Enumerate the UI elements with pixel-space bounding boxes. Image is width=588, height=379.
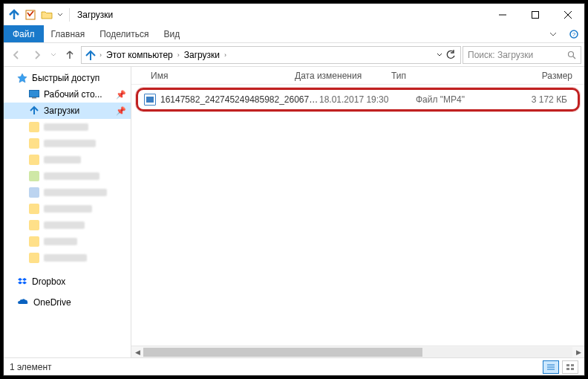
column-headers: Имя Дата изменения Тип Размер — [131, 67, 584, 85]
desktop-icon — [29, 90, 39, 99]
sidebar-item-blurred[interactable] — [4, 152, 131, 168]
nav-back-button[interactable] — [7, 45, 26, 65]
qat-folder-icon[interactable] — [39, 7, 54, 22]
search-icon — [567, 51, 576, 59]
svg-rect-15 — [571, 368, 574, 370]
svg-point-5 — [569, 51, 574, 56]
minimize-button[interactable] — [486, 4, 519, 25]
star-icon — [17, 73, 27, 83]
breadcrumb-this-pc[interactable]: Этот компьютер — [103, 50, 176, 60]
ribbon-file-tab[interactable]: Файл — [4, 25, 44, 42]
nav-history-dropdown[interactable] — [48, 45, 59, 65]
status-item-count: 1 элемент — [10, 362, 52, 372]
navigation-pane: Быстрый доступ Рабочий сто... 📌 Загрузки… — [4, 67, 131, 357]
column-header-date[interactable]: Дата изменения — [295, 71, 391, 81]
refresh-button[interactable] — [445, 50, 456, 60]
sidebar-item-label: Рабочий сто... — [44, 89, 102, 100]
svg-rect-13 — [571, 364, 574, 366]
search-placeholder: Поиск: Загрузки — [468, 50, 533, 60]
view-details-button[interactable] — [543, 360, 559, 374]
sidebar-desktop[interactable]: Рабочий сто... 📌 — [4, 86, 131, 103]
address-bar[interactable]: › Этот компьютер › Загрузки › — [81, 46, 461, 64]
navbar: › Этот компьютер › Загрузки › Поиск: Заг… — [4, 43, 584, 67]
window-title: Загрузки — [74, 10, 113, 20]
sidebar-quick-access[interactable]: Быстрый доступ — [4, 70, 131, 86]
horizontal-scrollbar[interactable]: ◀ ▶ — [131, 346, 584, 357]
svg-rect-2 — [532, 11, 539, 18]
sidebar-item-label: Быстрый доступ — [32, 73, 99, 83]
highlight-annotation: 16147582_242745249485982_26067053394... … — [136, 88, 580, 111]
sidebar-item-blurred[interactable] — [4, 168, 131, 184]
address-location-icon — [83, 50, 98, 60]
scroll-right-button[interactable]: ▶ — [572, 346, 584, 358]
chevron-right-icon[interactable]: › — [223, 51, 228, 59]
file-type: Файл "MP4" — [416, 94, 490, 105]
video-file-icon — [144, 94, 156, 106]
sidebar-downloads[interactable]: Загрузки 📌 — [4, 103, 131, 119]
download-icon — [29, 106, 39, 116]
sidebar-item-label: Dropbox — [32, 276, 65, 287]
svg-rect-8 — [32, 97, 36, 99]
sidebar-item-blurred[interactable] — [4, 217, 131, 233]
ribbon-help-button[interactable]: ? — [564, 25, 584, 42]
svg-rect-14 — [566, 368, 569, 370]
column-header-size[interactable]: Размер — [510, 71, 584, 81]
chevron-right-icon[interactable]: › — [176, 51, 181, 59]
close-button[interactable] — [552, 4, 584, 25]
ribbon: Файл Главная Поделиться Вид ? — [4, 25, 584, 43]
file-size: 3 172 КБ — [490, 94, 575, 105]
qat-dropdown-icon[interactable] — [56, 7, 65, 22]
ribbon-tab-home[interactable]: Главная — [44, 25, 93, 42]
file-row[interactable]: 16147582_242745249485982_26067053394... … — [141, 91, 575, 108]
column-header-name[interactable]: Имя — [131, 71, 295, 81]
view-icons-button[interactable] — [562, 360, 578, 374]
sidebar-item-blurred[interactable] — [4, 135, 131, 152]
onedrive-icon — [17, 298, 29, 307]
pin-icon: 📌 — [116, 90, 126, 100]
maximize-button[interactable] — [519, 4, 552, 25]
chevron-right-icon[interactable]: › — [98, 51, 103, 59]
sidebar-onedrive[interactable]: OneDrive — [4, 294, 131, 311]
sidebar-item-blurred[interactable] — [4, 233, 131, 250]
pin-icon: 📌 — [116, 106, 126, 116]
svg-rect-7 — [30, 91, 39, 97]
file-date: 18.01.2017 19:30 — [319, 94, 416, 105]
qat-properties-icon[interactable] — [23, 7, 38, 22]
breadcrumb-downloads[interactable]: Загрузки — [181, 50, 223, 60]
nav-forward-button[interactable] — [27, 45, 47, 65]
address-dropdown-icon[interactable] — [437, 52, 442, 58]
app-icon — [7, 7, 22, 22]
nav-up-button[interactable] — [60, 45, 79, 65]
scroll-thumb[interactable] — [143, 348, 422, 357]
main-area: Быстрый доступ Рабочий сто... 📌 Загрузки… — [4, 67, 584, 357]
ribbon-tab-view[interactable]: Вид — [156, 25, 187, 42]
svg-line-6 — [573, 56, 575, 59]
svg-text:?: ? — [572, 31, 576, 38]
status-bar: 1 элемент — [4, 357, 584, 375]
file-name: 16147582_242745249485982_26067053394... — [160, 94, 319, 105]
sidebar-item-blurred[interactable] — [4, 119, 131, 135]
sidebar-item-label: Загрузки — [44, 106, 79, 116]
titlebar: Загрузки — [4, 4, 584, 25]
explorer-window: Загрузки Файл Главная Поделиться Вид ? — [3, 3, 585, 376]
sidebar-item-blurred[interactable] — [4, 184, 131, 201]
scroll-track[interactable] — [143, 347, 572, 357]
svg-rect-12 — [566, 364, 569, 366]
ribbon-tab-share[interactable]: Поделиться — [92, 25, 156, 42]
ribbon-expand-button[interactable] — [543, 25, 564, 42]
file-list-pane: Имя Дата изменения Тип Размер 16147582_2… — [131, 67, 584, 357]
sidebar-dropbox[interactable]: Dropbox — [4, 273, 131, 290]
sidebar-item-blurred[interactable] — [4, 250, 131, 266]
scroll-left-button[interactable]: ◀ — [131, 346, 143, 358]
sidebar-item-blurred[interactable] — [4, 201, 131, 217]
sidebar-item-label: OneDrive — [33, 297, 71, 308]
column-header-type[interactable]: Тип — [391, 71, 466, 81]
search-input[interactable]: Поиск: Загрузки — [463, 46, 581, 64]
dropbox-icon — [17, 276, 27, 287]
separator — [69, 8, 70, 22]
